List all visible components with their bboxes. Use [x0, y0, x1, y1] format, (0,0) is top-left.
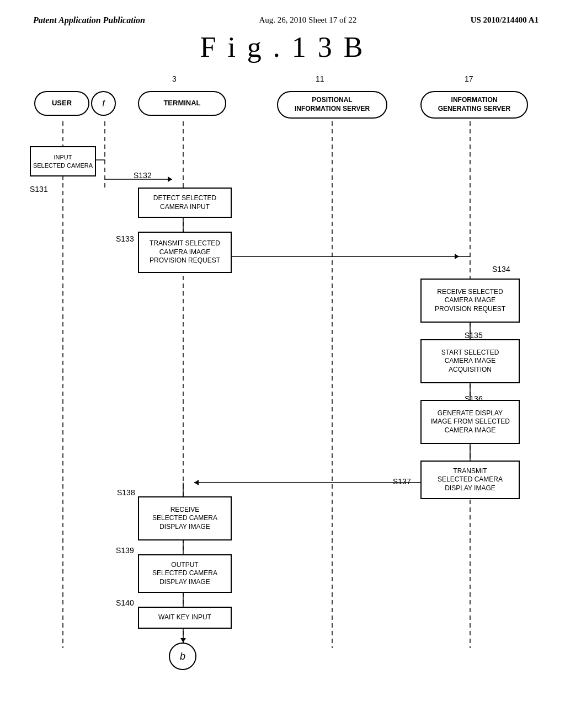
- b-connector: b: [169, 643, 196, 670]
- generate-display-box: GENERATE DISPLAYIMAGE FROM SELECTEDCAMER…: [420, 400, 520, 444]
- positional-ref: 11: [316, 74, 324, 83]
- s139-label: S139: [116, 546, 134, 555]
- svg-marker-23: [180, 638, 186, 643]
- receive-display-box: RECEIVESELECTED CAMERADISPLAY IMAGE: [138, 496, 232, 540]
- s135-label: S135: [465, 331, 483, 340]
- transmit-selected-box: TRANSMIT SELECTEDCAMERA IMAGEPROVISION R…: [138, 232, 232, 273]
- input-selected-camera-box: INPUTSELECTED CAMERA: [30, 146, 96, 176]
- info-server-entity: INFORMATIONGENERATING SERVER: [420, 91, 528, 119]
- s138-label: S138: [117, 488, 135, 497]
- start-selected-box: START SELECTEDCAMERA IMAGEACQUISITION: [420, 339, 520, 383]
- s132-label: S132: [134, 171, 152, 180]
- info-server-ref: 17: [465, 74, 473, 83]
- s131-label: S131: [30, 185, 48, 194]
- user-entity: USER: [34, 91, 89, 116]
- terminal-entity: TERMINAL: [138, 91, 226, 116]
- svg-marker-13: [194, 480, 199, 485]
- transmit-display-box: TRANSMITSELECTED CAMERADISPLAY IMAGE: [420, 461, 520, 499]
- s140-label: S140: [116, 598, 134, 607]
- s133-label: S133: [116, 234, 134, 243]
- terminal-ref: 3: [172, 74, 177, 83]
- svg-marker-8: [168, 176, 172, 182]
- figure-title: F i g . 1 3 B: [0, 25, 565, 63]
- wait-key-box: WAIT KEY INPUT: [138, 607, 232, 629]
- output-selected-box: OUTPUTSELECTED CAMERADISPLAY IMAGE: [138, 554, 232, 593]
- header-center: Aug. 26, 2010 Sheet 17 of 22: [259, 15, 356, 25]
- s137-label: S137: [393, 477, 411, 486]
- s134-label: S134: [492, 265, 510, 274]
- header-left: Patent Application Publication: [33, 15, 145, 25]
- diagram-container: USER f 3 TERMINAL 11 POSITIONALINFORMATI…: [18, 69, 547, 720]
- f-connector-entity: f: [91, 91, 116, 116]
- detect-selected-box: DETECT SELECTEDCAMERA INPUT: [138, 188, 232, 218]
- positional-server-entity: POSITIONALINFORMATION SERVER: [277, 91, 387, 119]
- receive-provision-box: RECEIVE SELECTEDCAMERA IMAGEPROVISION RE…: [420, 279, 520, 323]
- header-right: US 2010/214400 A1: [471, 15, 539, 25]
- svg-marker-10: [455, 254, 459, 259]
